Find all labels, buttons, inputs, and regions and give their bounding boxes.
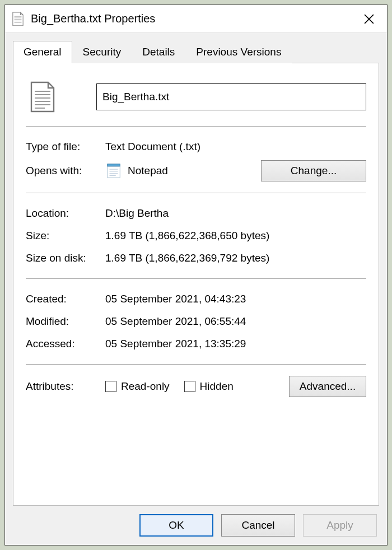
readonly-checkbox[interactable]: Read-only <box>105 380 170 393</box>
tabstrip: General Security Details Previous Versio… <box>13 41 379 63</box>
tab-general[interactable]: General <box>13 41 72 63</box>
tab-security[interactable]: Security <box>72 41 132 63</box>
opens-with-app: Notepad <box>128 165 168 177</box>
hidden-checkbox[interactable]: Hidden <box>184 380 234 393</box>
filename-input[interactable] <box>96 83 366 110</box>
type-of-file-value: Text Document (.txt) <box>105 141 366 153</box>
file-text-icon <box>12 12 24 26</box>
change-button[interactable]: Change... <box>261 160 366 181</box>
dialog-footer: OK Cancel Apply <box>5 506 387 545</box>
size-label: Size: <box>26 230 105 242</box>
close-button[interactable] <box>357 9 381 29</box>
tab-previous-versions[interactable]: Previous Versions <box>185 41 292 63</box>
tab-panel-general: Type of file: Text Document (.txt) Opens… <box>13 63 379 506</box>
client-area: General Security Details Previous Versio… <box>5 33 387 506</box>
svg-rect-13 <box>108 164 120 167</box>
notepad-icon <box>105 162 122 179</box>
tab-details[interactable]: Details <box>132 41 185 63</box>
ok-button[interactable]: OK <box>139 514 213 537</box>
location-value: D:\Big Bertha <box>105 207 366 220</box>
hidden-checkbox-label: Hidden <box>200 380 234 393</box>
advanced-button[interactable]: Advanced... <box>289 376 366 397</box>
file-text-icon <box>29 81 56 113</box>
modified-label: Modified: <box>26 315 105 328</box>
location-label: Location: <box>26 207 105 220</box>
accessed-value: 05 September 2021, 13:35:29 <box>105 338 366 350</box>
created-value: 05 September 2021, 04:43:23 <box>105 293 366 305</box>
titlebar[interactable]: Big_Bertha.txt Properties <box>5 5 387 33</box>
created-label: Created: <box>26 293 105 305</box>
opens-with-label: Opens with: <box>26 165 105 177</box>
size-on-disk-label: Size on disk: <box>26 252 105 264</box>
size-value: 1.69 TB (1,866,622,368,650 bytes) <box>105 230 366 242</box>
checkbox-icon <box>105 381 116 392</box>
close-icon <box>364 14 374 24</box>
properties-dialog: Big_Bertha.txt Properties General Securi… <box>4 4 388 546</box>
svg-rect-14 <box>108 167 120 178</box>
apply-button: Apply <box>303 514 377 537</box>
window-title: Big_Bertha.txt Properties <box>31 12 357 25</box>
readonly-checkbox-label: Read-only <box>121 380 170 393</box>
attributes-label: Attributes: <box>26 380 105 393</box>
cancel-button[interactable]: Cancel <box>221 514 295 537</box>
type-of-file-label: Type of file: <box>26 141 105 153</box>
checkbox-icon <box>184 381 195 392</box>
accessed-label: Accessed: <box>26 338 105 350</box>
size-on-disk-value: 1.69 TB (1,866,622,369,792 bytes) <box>105 252 366 264</box>
modified-value: 05 September 2021, 06:55:44 <box>105 315 366 328</box>
